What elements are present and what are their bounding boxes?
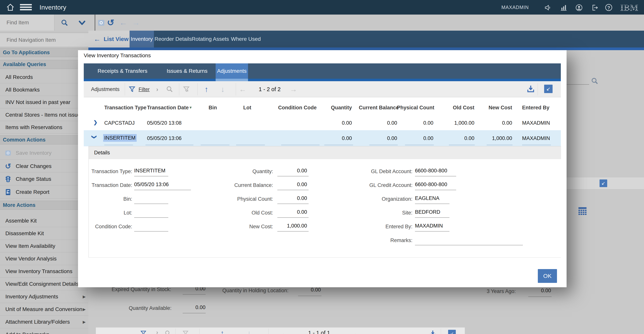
clear-changes-icon[interactable]: ↺: [107, 14, 114, 31]
sidebar-item-clear-changes[interactable]: ↺ Clear Changes: [0, 160, 88, 172]
collapse-row-icon[interactable]: ❯: [91, 135, 97, 139]
sidebar-item-view-item-availability[interactable]: View Item Availability: [0, 240, 88, 252]
app-title: Inventory: [40, 0, 66, 14]
bg-search-icon: [591, 77, 599, 85]
field-value: BEDFORD: [415, 209, 440, 215]
save-icon: [4, 149, 12, 157]
filter-link[interactable]: Filter: [138, 81, 150, 97]
table-pagination: 1 - 2 of 2: [250, 81, 289, 97]
tab-reorder-details[interactable]: Reorder Details: [154, 31, 186, 47]
col-bin[interactable]: Bin: [205, 104, 220, 111]
sidebar-item-inventory-adjustments[interactable]: Inventory Adjustments ▶: [0, 290, 88, 303]
sidebar-item-central-stores[interactable]: Central Stores - Items not issued in: [0, 109, 88, 121]
field-value: 6600-800-800: [415, 181, 447, 188]
back-to-list-view[interactable]: ← List View: [88, 31, 130, 47]
tab-issues-returns[interactable]: Issues & Returns: [162, 63, 213, 79]
bg-collapse-table-icon: ↙: [448, 330, 456, 334]
table-section-label: Adjustments: [91, 81, 120, 97]
sidebar-item-all-records[interactable]: All Records: [0, 71, 88, 83]
cell-quantity: 0.00: [323, 119, 352, 127]
col-transaction-type[interactable]: Transaction Type: [104, 104, 146, 111]
home-icon[interactable]: [6, 3, 15, 12]
cell-new-cost: 0.00: [487, 119, 512, 127]
search-icon[interactable]: [60, 19, 68, 27]
col-physical-count[interactable]: Physical Count: [397, 104, 433, 111]
download-icon[interactable]: [526, 84, 535, 93]
sort-desc-icon[interactable]: ▼: [189, 104, 192, 111]
field-label: Transaction Date:: [90, 182, 132, 188]
tab-underline-strip: [88, 47, 644, 50]
field-label: Entered By:: [369, 223, 412, 230]
bg-expand-chevron-icon: ›: [156, 329, 158, 334]
col-lot[interactable]: Lot: [240, 104, 255, 111]
view-inventory-transactions-dialog: View Inventory Transactions Receipts & T…: [78, 50, 566, 287]
field-label: Old Cost:: [230, 210, 273, 216]
sidebar-header-go-to-applications[interactable]: Go To Applications: [0, 48, 88, 57]
details-header: Details: [89, 146, 561, 159]
profile-icon[interactable]: [575, 4, 583, 11]
announcements-icon[interactable]: [544, 4, 552, 11]
col-current-balance[interactable]: Current Balance: [359, 104, 397, 111]
ok-button[interactable]: OK: [538, 269, 557, 283]
prev-page-icon: ←: [239, 81, 246, 97]
undo-icon: ↺: [4, 162, 12, 170]
tab-receipts-transfers[interactable]: Receipts & Transfers: [87, 63, 158, 79]
sidebar-header-common-actions[interactable]: Common Actions: [0, 135, 88, 144]
tab-where-used[interactable]: Where Used: [231, 31, 259, 47]
sidebar-item-assemble-kit[interactable]: Assemble Kit: [0, 215, 88, 227]
field-label: Condition Code:: [90, 223, 132, 230]
sidebar-item-view-edit-consignment[interactable]: View/Edit Consignment Details: [0, 278, 88, 290]
sidebar-item-all-bookmarks[interactable]: All Bookmarks: [0, 84, 88, 96]
col-new-cost[interactable]: New Cost: [487, 104, 512, 111]
tab-rotating-assets[interactable]: Rotating Assets: [192, 31, 225, 47]
field-value: 0.00: [277, 195, 307, 201]
field-label: GL Debit Account:: [369, 168, 412, 175]
tab-adjustments[interactable]: Adjustments: [216, 63, 248, 79]
bg-collapse-icon: ↙: [600, 179, 607, 187]
toolbar-divider: [95, 14, 95, 31]
col-old-cost[interactable]: Old Cost: [450, 104, 474, 111]
field-label: Physical Count:: [230, 196, 273, 202]
sidebar-item-inv-not-issued[interactable]: INV Not issued in past year: [0, 96, 88, 108]
sidebar-item-change-status[interactable]: Change Status: [0, 173, 88, 185]
user-name: MAXADMIN: [502, 0, 529, 14]
sidebar-item-items-with-reservations[interactable]: Items with Reservations: [0, 121, 88, 133]
bg-next-page-icon: →: [351, 330, 358, 334]
bg-field-label: Quantity Available:: [108, 305, 172, 311]
sign-out-icon[interactable]: [591, 4, 599, 11]
sidebar-item-view-vendor-analysis[interactable]: View Vendor Analysis: [0, 252, 88, 265]
cell-transaction-date: 05/05/20 13:08: [147, 119, 182, 127]
col-quantity[interactable]: Quantity: [323, 104, 352, 111]
tab-inventory[interactable]: Inventory: [130, 31, 154, 47]
col-entered-by[interactable]: Entered By: [522, 104, 550, 111]
cell-transaction-type: CAPCSTADJ: [104, 119, 135, 127]
move-row-up-icon[interactable]: ↑: [204, 81, 208, 97]
cell-old-cost: 0.00: [450, 134, 474, 142]
field-label: Remarks:: [369, 237, 412, 244]
col-transaction-date[interactable]: Transaction Date: [147, 104, 189, 111]
search-options-chevron-down-icon[interactable]: [78, 20, 86, 26]
help-icon[interactable]: ?: [605, 4, 612, 11]
field-label: GL Credit Account:: [369, 182, 412, 188]
sidebar-item-add-to-bookmarks[interactable]: Add to Bookmarks: [0, 328, 88, 334]
sidebar-item-attachment-library[interactable]: Attachment Library/Folders ▶: [0, 316, 88, 328]
menu-hamburger-icon[interactable]: [20, 4, 32, 11]
bg-field-label: 3 Years Ago:: [472, 289, 516, 294]
sidebar-header-available-queries[interactable]: Available Queries: [0, 60, 88, 69]
field-label: New Cost:: [230, 223, 273, 230]
bg-prev-page-icon: ←: [281, 330, 288, 334]
ibm-logo: IBM: [620, 3, 638, 13]
sidebar-item-disassemble-kit[interactable]: Disassemble Kit: [0, 227, 88, 240]
col-condition-code[interactable]: Condition Code: [278, 104, 316, 111]
filter-icon[interactable]: [128, 85, 136, 93]
collapse-table-icon[interactable]: ↙: [544, 85, 552, 93]
sidebar-item-view-inventory-transactions[interactable]: View Inventory Transactions: [0, 265, 88, 278]
expand-row-icon[interactable]: ❯: [93, 119, 98, 125]
reports-chart-icon[interactable]: [560, 4, 568, 11]
expand-filter-chevron-icon[interactable]: ›: [156, 81, 158, 97]
sidebar-header-more-actions[interactable]: More Actions: [0, 201, 88, 210]
sidebar-item-create-report[interactable]: Create Report: [0, 186, 88, 199]
sidebar-item-unit-of-measure[interactable]: Unit of Measure and Conversion ▶: [0, 303, 88, 316]
find-item-input[interactable]: [0, 14, 54, 31]
find-navigation-input[interactable]: [0, 33, 88, 47]
